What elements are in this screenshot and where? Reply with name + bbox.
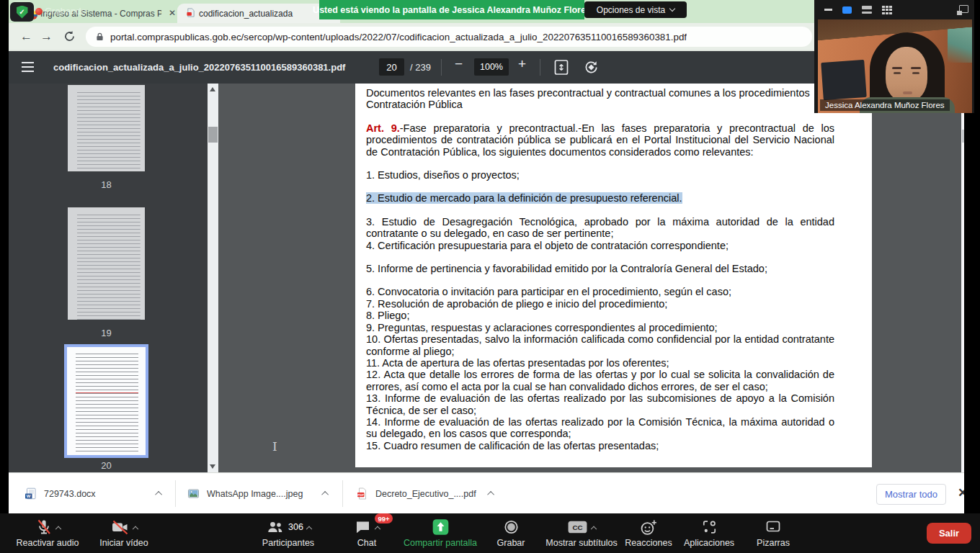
toolbar-divider — [540, 59, 540, 76]
control-share[interactable]: Compartir pantalla — [396, 517, 484, 548]
zoom-level-input[interactable]: 100% — [474, 58, 509, 76]
highlighted-text: 2. Estudio de mercado para la definición… — [366, 192, 682, 204]
control-label: Compartir pantalla — [404, 538, 477, 548]
toolbar-divider — [441, 59, 442, 76]
control-label: Participantes — [262, 538, 314, 548]
control-video[interactable]: Iniciar vídeo — [89, 517, 159, 548]
recording-label: Grabando — [45, 6, 86, 17]
chevron-up-icon[interactable] — [306, 526, 312, 532]
shield-check-icon: ✓ — [17, 6, 28, 19]
thumbnail-page-19[interactable] — [68, 207, 145, 320]
doc-item-12: 12. Acta que detalle los errores de form… — [366, 369, 834, 392]
control-participants[interactable]: 306Participantes — [251, 517, 326, 548]
control-record[interactable]: Grabar — [487, 517, 535, 548]
share-screen-icon — [431, 518, 450, 536]
chevron-up-icon[interactable] — [321, 491, 329, 498]
zoom-in-button[interactable]: + — [518, 56, 526, 72]
participants-icon-row: 306 — [265, 517, 311, 537]
doc-item-10: 10. Ofertas presentadas, salvo la inform… — [366, 333, 834, 357]
gallery-view-icon[interactable] — [882, 6, 892, 14]
control-captions[interactable]: CCMostrar subtítulos — [536, 517, 627, 548]
control-label: Chat — [357, 538, 376, 548]
scroll-up-icon[interactable] — [210, 87, 215, 91]
tab2-pdf-favicon-icon — [186, 8, 195, 17]
control-label: Reactivar audio — [17, 538, 79, 548]
pdf-viewer: 181920 Documentos relevantes en las fase… — [9, 84, 972, 472]
fit-page-button[interactable] — [553, 59, 569, 76]
doc-item-3: 3. Estudio de Desagregación Tecnológica,… — [366, 216, 834, 240]
show-all-downloads-button[interactable]: Mostrar todo — [876, 484, 946, 505]
doc-item-13: 13. Informe de evaluación de las ofertas… — [366, 392, 834, 416]
download-item-docx[interactable]: W729743.docx — [19, 482, 168, 505]
whiteboard-icon-row — [764, 517, 783, 537]
doc-heading-line2: Contratación Pública — [366, 99, 834, 110]
control-reactions[interactable]: Reacciones — [620, 517, 677, 548]
chevron-up-icon[interactable] — [155, 491, 162, 498]
text-cursor: I — [272, 439, 277, 454]
address-bar[interactable]: portal.compraspublicas.gob.ec/sercop/wp-… — [86, 27, 812, 47]
zoom-out-button[interactable]: − — [455, 56, 463, 72]
downloads-bar: W729743.docxWhatsApp Image....jpegPDFDec… — [9, 472, 972, 513]
control-label: Reacciones — [625, 538, 672, 548]
chevron-up-icon[interactable] — [591, 526, 597, 532]
popout-view-icon[interactable] — [959, 5, 968, 13]
thumbnail-page-18[interactable] — [68, 85, 145, 171]
thumbnail-label: 18 — [68, 179, 145, 190]
downloads-divider — [175, 480, 176, 507]
reactions-icon — [639, 518, 658, 536]
video-window-controls — [814, 0, 974, 19]
thumbnail-label: 20 — [68, 460, 145, 471]
tv-screen — [821, 60, 866, 100]
reactions-icon-row — [639, 517, 658, 537]
sidebar-scroll-thumb[interactable] — [208, 127, 218, 143]
scroll-down-icon[interactable] — [210, 464, 215, 469]
sidebar-scrollbar[interactable] — [208, 84, 218, 472]
forward-button[interactable]: → — [40, 30, 53, 44]
download-item-image[interactable]: WhatsApp Image....jpeg — [182, 482, 334, 505]
tab1-close-icon[interactable]: ✕ — [169, 8, 176, 18]
doc-item-4: 4. Certificación presupuestaria para el … — [366, 240, 834, 251]
article-body: -Fase preparatoria y precontractual.-En … — [366, 122, 834, 158]
view-options-button[interactable]: Opciones de vista — [584, 1, 687, 18]
rotate-button[interactable] — [583, 59, 600, 76]
active-view-icon[interactable] — [842, 6, 852, 14]
chevron-up-icon[interactable] — [375, 526, 380, 532]
doc-item-1: 1. Estudios, diseños o proyectos; — [366, 169, 834, 181]
camera-muted-icon — [110, 518, 130, 536]
control-whiteboard[interactable]: Pizarras — [744, 517, 803, 548]
control-label: Aplicaciones — [684, 538, 734, 548]
chevron-up-icon[interactable] — [55, 526, 61, 532]
page-number-input[interactable]: 20 — [379, 58, 404, 76]
captions-icon-row: CC — [567, 517, 596, 537]
image-file-icon — [187, 487, 200, 500]
zoom-toolbar: Reactivar audioIniciar vídeo306Participa… — [0, 513, 980, 553]
doc-item-15: 15. Cuadro resumen de calificación de la… — [366, 440, 834, 451]
participant-face — [886, 47, 927, 102]
participant-count: 306 — [288, 522, 303, 532]
stacked-view-icon[interactable] — [862, 6, 872, 14]
chevron-up-icon[interactable] — [133, 526, 138, 532]
thumbnail-page-20[interactable] — [64, 344, 148, 458]
control-audio[interactable]: Reactivar audio — [7, 517, 88, 548]
download-item-pdf[interactable]: PDFDecreto_Ejecutivo_....pdf — [350, 482, 500, 505]
reload-button[interactable] — [63, 30, 76, 42]
leave-meeting-button[interactable]: Salir — [927, 523, 971, 544]
control-apps[interactable]: Aplicaciones — [677, 517, 741, 548]
microphone-muted-icon — [35, 518, 53, 536]
doc-item-7: 7. Resolución de aprobación de pliego e … — [366, 298, 834, 310]
control-label: Iniciar vídeo — [99, 538, 148, 548]
minimize-video-icon[interactable] — [824, 9, 832, 11]
participants-icon — [265, 518, 285, 536]
chat-icon-row: 99+ — [354, 517, 380, 537]
back-button[interactable]: ← — [20, 30, 32, 44]
audio-icon-row — [35, 517, 61, 537]
thumbnail-label: 19 — [68, 328, 145, 338]
chevron-up-icon[interactable] — [487, 491, 494, 498]
pdf-page: Documentos relevantes en las fases preco… — [355, 84, 872, 467]
page-total: / 239 — [410, 62, 431, 73]
control-chat[interactable]: 99+Chat — [339, 517, 395, 548]
share-icon-row — [431, 517, 450, 537]
doc-item-8: 8. Pliego; — [366, 310, 834, 321]
menu-icon[interactable] — [22, 62, 34, 72]
view-options-label: Opciones de vista — [597, 5, 665, 15]
